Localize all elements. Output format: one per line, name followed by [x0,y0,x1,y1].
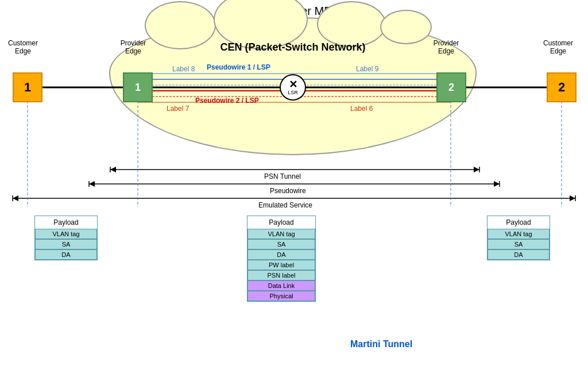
payload-center-row-4: PW label [247,260,315,270]
ce2-number: 2 [558,80,565,95]
pseudowire1-label: Pseudowire 1 / LSP [207,63,270,71]
pe1-label: Provider Edge [113,39,153,55]
svg-marker-25 [570,195,575,201]
payload-right-row-2: SA [488,239,550,249]
ce1-label: Customer Edge [3,39,43,55]
label9-ann: Label 9 [356,65,378,73]
psn-tunnel-label: PSN Tunnel [264,172,301,180]
payload-center-row-1: VLAN tag [247,229,315,239]
lsr-label: LSR [288,90,298,95]
ce2-box: 2 [547,72,577,102]
svg-marker-19 [89,181,95,187]
pe1-box: 1 [123,72,153,102]
payload-center-row-2: SA [247,239,315,249]
payload-center-row-6: Data Link [247,280,315,291]
pe1-number: 1 [135,82,141,94]
ce1-number: 1 [24,80,31,95]
lsr-x-icon: ✕ [289,79,297,90]
label8-ann: Label 8 [172,65,195,73]
cloud-label: CEN (Packet-Switch Network) [110,41,475,53]
payload-right-box: Payload VLAN tag SA DA [487,216,550,260]
label7-ann: Label 7 [167,105,189,113]
svg-marker-15 [474,167,479,172]
payload-left-row-1: VLAN tag [35,229,97,239]
payload-left-box: Payload VLAN tag SA DA [34,216,98,260]
pe2-box: 2 [436,72,466,102]
payload-center-header: Payload [247,216,315,229]
payload-center-row-5: PSN label [247,270,315,280]
payload-left-header: Payload [35,216,97,229]
svg-marker-20 [494,181,500,187]
cloud-bump3 [317,1,386,47]
svg-marker-24 [13,195,18,201]
ce1-box: 1 [13,72,42,102]
emulated-service-label: Emulated Service [258,201,312,209]
payload-center-box: Payload VLAN tag SA DA PW label PSN labe… [247,216,316,302]
pseudowire-label: Pseudowire [270,187,306,195]
label6-ann: Label 6 [350,105,373,113]
pseudowire2-label: Pseudowire 2 / LSP [195,97,259,105]
payload-center-row-3: DA [247,249,315,260]
payload-right-header: Payload [488,216,550,229]
payload-left-row-2: SA [35,239,97,249]
payload-left-row-3: DA [35,249,97,260]
pe2-number: 2 [448,82,454,94]
cloud-bump4 [380,10,432,44]
payload-right-row-1: VLAN tag [488,229,550,239]
ce2-label: Customer Edge [535,39,581,55]
payload-right-row-3: DA [488,249,550,260]
payload-center-row-7: Physical [247,291,315,301]
diagram-container: Ethernet over MPLS CEN (Packet-Switch Ne… [0,0,588,369]
lsr-box: ✕ LSR [280,74,306,101]
martini-label: Martini Tunnel [350,339,412,349]
pe2-label: Provider Edge [426,39,466,55]
svg-marker-14 [110,167,116,172]
